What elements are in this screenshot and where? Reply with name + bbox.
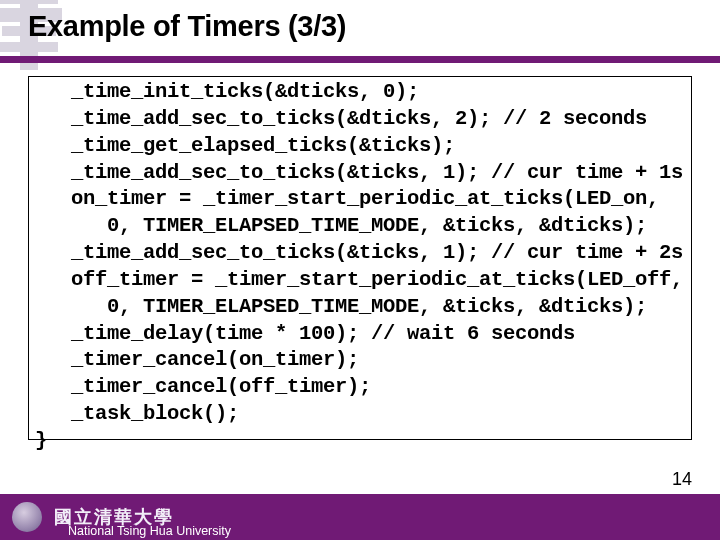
footer-bar: 國立清華大學 National Tsing Hua University	[0, 494, 720, 540]
svg-rect-3	[2, 26, 20, 36]
svg-rect-0	[0, 0, 58, 4]
code-box: _time_init_ticks(&dticks, 0); _time_add_…	[28, 76, 692, 440]
title-underline	[0, 56, 720, 63]
code-content: _time_init_ticks(&dticks, 0); _time_add_…	[35, 79, 685, 455]
university-name-en: National Tsing Hua University	[68, 524, 231, 538]
slide-container: Example of Timers (3/3) _time_init_ticks…	[0, 0, 720, 540]
slide-title: Example of Timers (3/3)	[28, 10, 346, 43]
page-number: 14	[672, 469, 692, 490]
university-seal-icon	[12, 502, 42, 532]
svg-rect-5	[0, 42, 58, 52]
